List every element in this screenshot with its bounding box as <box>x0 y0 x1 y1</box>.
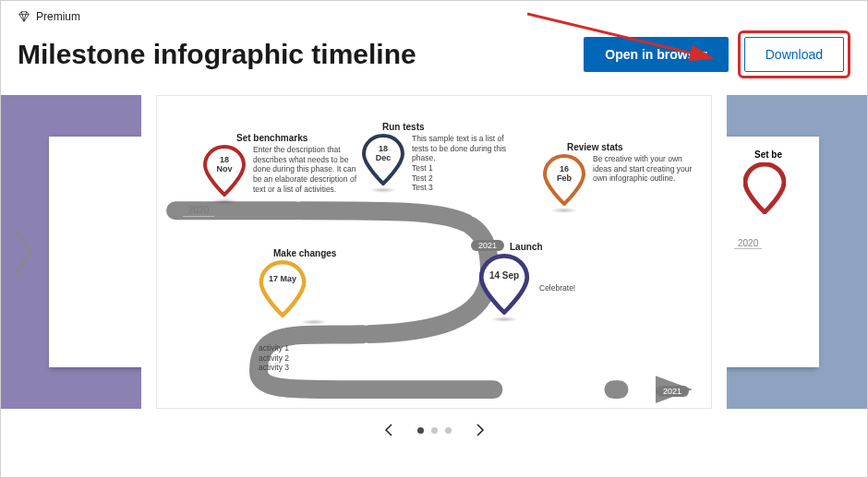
download-button[interactable]: Download <box>744 37 844 72</box>
download-highlight: Download <box>738 30 850 78</box>
carousel-next-slide[interactable]: Set be 2020 <box>727 95 867 409</box>
milestone-make-changes: Make changes 17 May activity 1 activity … <box>259 248 369 373</box>
carousel-dot[interactable] <box>445 427 452 434</box>
diamond-icon <box>18 10 30 23</box>
milestone-run-tests: Run tests 18Dec This sample text is a li… <box>362 122 528 193</box>
carousel-prev-slide[interactable] <box>1 95 141 409</box>
carousel-next-button[interactable] <box>472 422 488 438</box>
open-in-browser-button[interactable]: Open in browser <box>584 37 728 72</box>
page-title: Milestone infographic timeline <box>18 39 416 70</box>
template-carousel: 2020 2021 2021 Set benchmarks 18Nov Ente… <box>1 95 867 409</box>
chevron-right-icon <box>6 224 40 280</box>
milestone-set-benchmarks: Set benchmarks 18Nov Enter the descripti… <box>203 133 379 204</box>
carousel-current-slide: 2020 2021 2021 Set benchmarks 18Nov Ente… <box>156 95 712 409</box>
carousel-dot[interactable] <box>431 427 438 434</box>
year-end-badge: 2021 <box>656 386 689 397</box>
peek-year: 2020 <box>734 238 762 249</box>
carousel-dot[interactable] <box>417 427 424 434</box>
carousel-prev-button[interactable] <box>380 422 397 438</box>
year-start-label: 2020 <box>183 205 214 217</box>
milestone-launch: Launch 14 Sep Celebrate! <box>478 242 626 322</box>
milestone-review-stats: Review stats 16Feb Be creative with your… <box>543 142 709 213</box>
carousel-dots <box>417 427 452 434</box>
premium-label: Premium <box>36 10 80 23</box>
carousel-controls <box>1 409 867 448</box>
premium-badge: Premium <box>1 1 867 23</box>
peek-title: Set be <box>754 149 810 160</box>
